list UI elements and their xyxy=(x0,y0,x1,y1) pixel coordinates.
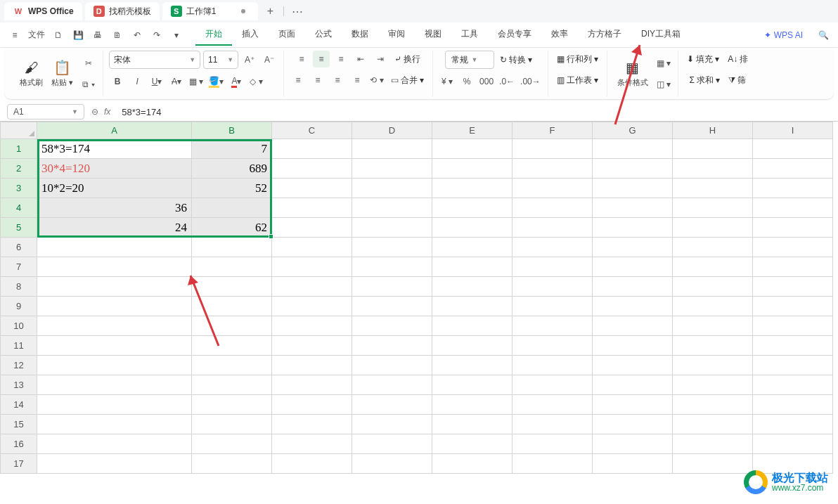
sum-button[interactable]: Σ 求和 ▾ xyxy=(686,72,722,89)
cell[interactable] xyxy=(513,375,593,395)
cell[interactable] xyxy=(272,434,352,454)
cell[interactable] xyxy=(432,218,513,238)
cell[interactable] xyxy=(37,395,192,415)
cell[interactable] xyxy=(37,316,192,336)
col-header[interactable]: D xyxy=(352,122,432,139)
cell[interactable] xyxy=(272,218,352,238)
cell[interactable] xyxy=(192,415,272,434)
cell[interactable] xyxy=(37,297,192,316)
row-header[interactable]: 7 xyxy=(1,257,37,277)
cell[interactable] xyxy=(352,395,432,415)
cell[interactable] xyxy=(673,316,753,336)
increase-decimal-icon[interactable]: .00→ xyxy=(519,73,542,90)
orientation-icon[interactable]: ⟲ ▾ xyxy=(368,72,385,89)
cell[interactable] xyxy=(432,454,513,474)
cell[interactable] xyxy=(272,297,352,316)
cell[interactable] xyxy=(593,159,673,179)
cell[interactable] xyxy=(673,375,753,395)
cell[interactable] xyxy=(513,277,593,297)
cell[interactable] xyxy=(673,159,753,179)
cell[interactable] xyxy=(432,336,513,356)
cell[interactable] xyxy=(192,395,272,415)
align-top-icon[interactable]: ≡ xyxy=(293,51,310,67)
cell[interactable] xyxy=(37,375,192,395)
cell[interactable] xyxy=(192,238,272,257)
cell[interactable]: 36 xyxy=(37,198,192,218)
cell[interactable] xyxy=(192,375,272,395)
row-header[interactable]: 16 xyxy=(1,434,37,454)
cell[interactable] xyxy=(673,179,753,198)
cell[interactable] xyxy=(753,159,833,179)
cell[interactable] xyxy=(753,297,833,316)
font-name-select[interactable]: 宋体▼ xyxy=(109,51,200,69)
strikethrough-button[interactable]: A ▾ xyxy=(168,73,185,90)
cell[interactable] xyxy=(192,316,272,336)
row-header[interactable]: 1 xyxy=(1,139,37,159)
cell[interactable] xyxy=(753,336,833,356)
cell[interactable] xyxy=(352,198,432,218)
cell[interactable] xyxy=(352,277,432,297)
cell[interactable] xyxy=(513,257,593,277)
filter-button[interactable]: ⧩ 筛 xyxy=(726,72,749,89)
format-table-icon[interactable]: ▦ ▾ xyxy=(655,55,672,72)
cell[interactable] xyxy=(673,395,753,415)
cell[interactable] xyxy=(37,238,192,257)
cell[interactable] xyxy=(272,375,352,395)
cell[interactable] xyxy=(37,434,192,454)
search-icon[interactable]: 🔍 xyxy=(814,26,832,44)
format-painter-button[interactable]: 🖌 格式刷 xyxy=(15,58,47,89)
save-icon[interactable]: 💾 xyxy=(69,26,87,44)
col-header[interactable]: A xyxy=(37,122,192,139)
cell[interactable] xyxy=(513,434,593,454)
cell[interactable] xyxy=(753,257,833,277)
decrease-decimal-icon[interactable]: .0← xyxy=(498,73,516,90)
cell[interactable] xyxy=(673,198,753,218)
indent-decrease-icon[interactable]: ⇤ xyxy=(352,51,369,67)
row-header[interactable]: 5 xyxy=(1,218,37,238)
cell[interactable] xyxy=(432,198,513,218)
cell[interactable] xyxy=(432,139,513,159)
tab-menu-button[interactable]: ⋯ xyxy=(288,2,307,20)
col-header[interactable]: C xyxy=(272,122,352,139)
cell[interactable] xyxy=(593,238,673,257)
row-header[interactable]: 15 xyxy=(1,415,37,434)
align-left-icon[interactable]: ≡ xyxy=(290,72,307,89)
cell[interactable] xyxy=(753,277,833,297)
cell[interactable] xyxy=(352,218,432,238)
cell[interactable] xyxy=(272,277,352,297)
cell[interactable] xyxy=(272,139,352,159)
cell[interactable] xyxy=(352,159,432,179)
border-button[interactable]: ▦ ▾ xyxy=(188,73,205,90)
cell[interactable] xyxy=(593,139,673,159)
col-header[interactable]: G xyxy=(593,122,673,139)
cell[interactable] xyxy=(37,356,192,375)
row-header[interactable]: 9 xyxy=(1,297,37,316)
cell[interactable] xyxy=(593,454,673,474)
bold-button[interactable]: B xyxy=(109,73,126,90)
align-middle-icon[interactable]: ≡ xyxy=(313,51,330,67)
redo-icon[interactable]: ↷ xyxy=(148,26,166,44)
cell[interactable] xyxy=(753,434,833,454)
row-header[interactable]: 2 xyxy=(1,159,37,179)
wrap-text-button[interactable]: ⤶ 换行 xyxy=(392,51,423,67)
cell[interactable] xyxy=(352,434,432,454)
cell[interactable] xyxy=(593,277,673,297)
cell[interactable] xyxy=(593,415,673,434)
row-header[interactable]: 14 xyxy=(1,395,37,415)
cell[interactable] xyxy=(352,238,432,257)
row-header[interactable]: 10 xyxy=(1,316,37,336)
merge-button[interactable]: ▭ 合并 ▾ xyxy=(388,72,427,89)
cell[interactable] xyxy=(513,316,593,336)
fx-icon[interactable]: fx xyxy=(104,107,110,117)
cell[interactable] xyxy=(432,238,513,257)
cell[interactable]: 10*2=20 xyxy=(37,179,192,198)
col-header[interactable]: H xyxy=(673,122,753,139)
cell[interactable] xyxy=(673,238,753,257)
row-header[interactable]: 4 xyxy=(1,198,37,218)
cell[interactable] xyxy=(593,218,673,238)
cell[interactable]: 58*3=174 xyxy=(37,139,192,159)
new-icon[interactable]: 🗋 xyxy=(49,26,67,44)
cell[interactable] xyxy=(192,454,272,474)
cell[interactable] xyxy=(432,316,513,336)
undo-icon[interactable]: ↶ xyxy=(128,26,146,44)
